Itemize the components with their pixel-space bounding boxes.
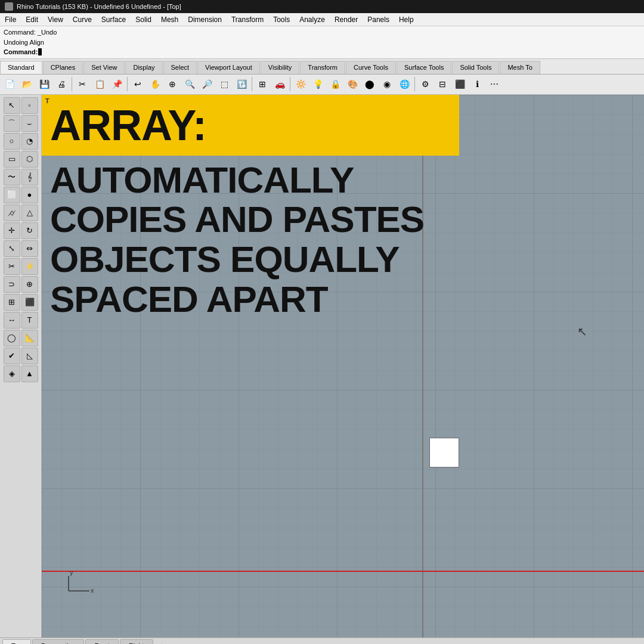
toolbar-tab-cplanes[interactable]: CPlanes	[43, 61, 83, 74]
copy-btn[interactable]: 📋	[91, 76, 108, 92]
undo-btn[interactable]: ↩	[129, 76, 146, 92]
snap-osnap-tool[interactable]: ◯	[4, 330, 20, 346]
rotate-tool[interactable]: ↻	[21, 222, 38, 239]
box-tool[interactable]: ⬜	[4, 187, 20, 203]
spline-tool[interactable]: 𝄞	[21, 169, 38, 185]
bottom-tab-front[interactable]: Front	[85, 639, 119, 644]
open-btn[interactable]: 📂	[18, 76, 35, 92]
sphere-tool[interactable]: ●	[21, 187, 38, 203]
light-btn[interactable]: 💡	[309, 76, 326, 92]
menu-item-help[interactable]: Help	[394, 13, 419, 26]
material-btn[interactable]: ◉	[379, 76, 395, 92]
menu-item-edit[interactable]: Edit	[21, 13, 43, 26]
trim-tool[interactable]: ✂	[4, 258, 20, 275]
toolbar-tab-select[interactable]: Select	[163, 61, 197, 74]
menu-item-tools[interactable]: Tools	[268, 13, 295, 26]
toolbar-tab-set-view[interactable]: Set View	[83, 61, 125, 74]
curve-end-tool[interactable]: ⌣	[21, 115, 38, 132]
4view-btn[interactable]: ⊞	[254, 76, 271, 92]
dimension-tool[interactable]: ↔	[4, 312, 20, 329]
tool-row-9: ⤡ ⇔	[4, 240, 38, 257]
cut-btn[interactable]: ✂	[74, 76, 91, 92]
cylinder-tool[interactable]: ⌭	[4, 205, 20, 221]
split-tool[interactable]: ⚡	[21, 258, 38, 275]
curve-start-tool[interactable]: ⌒	[4, 115, 20, 132]
toolbar-tab-display[interactable]: Display	[125, 61, 162, 74]
paste-btn[interactable]: 📌	[109, 76, 125, 92]
rotate-btn[interactable]: 🔃	[233, 76, 250, 92]
toolbar-tab-mesh-to[interactable]: Mesh To	[500, 61, 540, 74]
color-btn[interactable]: 🎨	[344, 76, 361, 92]
group-tool[interactable]: ⬛	[21, 294, 38, 311]
lock-btn[interactable]: 🔒	[327, 76, 343, 92]
toolbar-tab-solid-tools[interactable]: Solid Tools	[452, 61, 499, 74]
bottom-tab-perspective[interactable]: Perspective	[32, 639, 84, 644]
check-tool[interactable]: ✔	[4, 348, 20, 364]
bottom-tab-top[interactable]: Top	[2, 639, 31, 644]
snap2-btn[interactable]: ⬛	[451, 76, 468, 92]
angle-tool[interactable]: ◺	[21, 348, 38, 364]
mirror-tool[interactable]: ⇔	[21, 240, 38, 257]
more-btn[interactable]: ⋯	[486, 76, 503, 92]
tool-row-7: ⌭ △	[4, 205, 38, 221]
point-tool[interactable]: ◦	[21, 97, 38, 114]
toolbar-tab-viewport-layout[interactable]: Viewport Layout	[197, 61, 260, 74]
viewport-area[interactable]: T ARRAY: AUTOMATICALLY COPIES AND PASTES…	[42, 95, 644, 637]
toolbar-tab-curve-tools[interactable]: Curve Tools	[346, 61, 396, 74]
cone-tool[interactable]: △	[21, 205, 38, 221]
snap-btn[interactable]: 🚗	[271, 76, 288, 92]
toolbar-tab-transform[interactable]: Transform	[300, 61, 345, 74]
menu-item-transform[interactable]: Transform	[227, 13, 268, 26]
add-viewport-button[interactable]: +	[154, 640, 169, 644]
layer-btn[interactable]: 🔆	[292, 76, 309, 92]
polygon-tool[interactable]: ⬡	[21, 151, 38, 168]
menu-item-solid[interactable]: Solid	[131, 13, 156, 26]
join-tool[interactable]: ⊃	[4, 276, 20, 293]
menu-item-panels[interactable]: Panels	[363, 13, 394, 26]
tool-row-1: ↖ ◦	[4, 97, 38, 114]
env-btn[interactable]: 🌐	[396, 76, 413, 92]
toolbar-tab-visibility[interactable]: Visibility	[261, 61, 300, 74]
zoom-in-btn[interactable]: 🔍	[181, 76, 198, 92]
rect-tool[interactable]: ▭	[4, 151, 20, 168]
grid-snap-btn[interactable]: ⊟	[434, 76, 451, 92]
new-btn[interactable]: 📄	[1, 76, 18, 92]
toolbar-tab-standard[interactable]: Standard	[0, 61, 42, 74]
pan-btn[interactable]: ✋	[147, 76, 163, 92]
menu-item-file[interactable]: File	[0, 13, 21, 26]
axis-svg: y x	[60, 570, 95, 600]
menu-item-dimension[interactable]: Dimension	[183, 13, 227, 26]
description-text: AUTOMATICALLY COPIES AND PASTES OBJECTS …	[42, 156, 459, 325]
scale-tool[interactable]: ⤡	[4, 240, 20, 257]
menu-item-curve[interactable]: Curve	[68, 13, 97, 26]
freeform-tool[interactable]: 〜	[4, 169, 20, 185]
menu-item-analyze[interactable]: Analyze	[295, 13, 330, 26]
sep5	[414, 77, 415, 91]
settings-btn[interactable]: ⚙	[417, 76, 434, 92]
menu-item-mesh[interactable]: Mesh	[156, 13, 183, 26]
render-tool[interactable]: ▲	[21, 366, 38, 382]
print-btn[interactable]: 🖨	[53, 76, 70, 92]
zoom-out-btn[interactable]: 🔎	[199, 76, 215, 92]
viewport-top[interactable]: T ARRAY: AUTOMATICALLY COPIES AND PASTES…	[42, 95, 644, 637]
history-tool[interactable]: ◈	[4, 366, 20, 382]
info-btn[interactable]: ℹ	[469, 76, 485, 92]
zoom-extent-btn[interactable]: ⊕	[164, 76, 181, 92]
menu-item-render[interactable]: Render	[330, 13, 363, 26]
zoom-window-btn[interactable]: ⬚	[216, 76, 233, 92]
analyze-tool[interactable]: 📐	[21, 330, 38, 346]
explode-tool[interactable]: ⊕	[21, 276, 38, 293]
bottom-tab-right[interactable]: Right	[120, 639, 153, 644]
render-sphere-btn[interactable]: ⬤	[361, 76, 378, 92]
select-tool[interactable]: ↖	[4, 97, 20, 114]
arc-tool[interactable]: ◔	[21, 133, 38, 150]
text-tool[interactable]: T	[21, 312, 38, 329]
circle-tool[interactable]: ○	[4, 133, 20, 150]
menu-item-view[interactable]: View	[43, 13, 68, 26]
tool-row-16: ◈ ▲	[4, 366, 38, 382]
array-tool[interactable]: ⊞	[4, 294, 20, 311]
toolbar-tab-surface-tools[interactable]: Surface Tools	[397, 61, 451, 74]
menu-item-surface[interactable]: Surface	[97, 13, 131, 26]
move-tool[interactable]: ✛	[4, 222, 20, 239]
save-btn[interactable]: 💾	[36, 76, 52, 92]
